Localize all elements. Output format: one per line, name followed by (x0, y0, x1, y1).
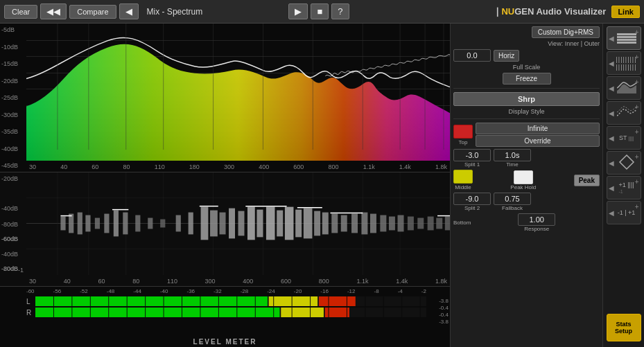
svg-rect-59 (398, 215, 404, 232)
l-label: L (26, 298, 33, 305)
arrow-left-icon-5: ◀ (609, 134, 614, 142)
viz-btn-diamond[interactable]: ◀ + (607, 151, 641, 175)
left-panel: -5dB -10dB -15dB -20dB -25dB -30dB -35dB… (0, 24, 450, 347)
arrow-left-icon-3: ◀ (609, 84, 614, 92)
peak-hold-label: Peak Hold (510, 184, 536, 190)
viz-btn-meter1[interactable]: ◀ +1 |||| -1 + (607, 176, 641, 199)
override-button[interactable]: Override (476, 135, 600, 147)
svg-rect-39 (210, 211, 218, 237)
prev-button[interactable]: ◀ (119, 3, 139, 19)
response-label: Response (524, 226, 549, 232)
freeze-button[interactable]: Freeze (503, 73, 551, 84)
minus1-label: -1 (18, 267, 24, 274)
bottom-ctrl-label: Bottom (453, 220, 471, 226)
top-bar: Clear ◀◀ Compare ◀ Mix - Spectrum ▶ ■ ? … (0, 0, 644, 24)
arrow-left-icon-4: ◀ (609, 109, 614, 117)
plus-icon-2: + (635, 53, 639, 61)
split2-label: Split 2 (464, 205, 480, 211)
svg-rect-28 (85, 215, 90, 232)
nugen-logo: ❘NUGEN Audio Visualizer (494, 6, 606, 17)
svg-rect-53 (341, 215, 347, 232)
plus-icon-3: + (635, 78, 639, 86)
svg-rect-75 (357, 296, 426, 306)
stop-button[interactable]: ■ (311, 3, 329, 19)
top-color-swatch (453, 125, 473, 139)
fallback-label: Fallback (502, 205, 523, 211)
stats-setup-button[interactable]: Stats Setup (607, 314, 641, 341)
plus-icon-4: + (635, 103, 639, 111)
viz-btn-st[interactable]: ◀ ST |||| + (607, 126, 641, 150)
svg-rect-56 (370, 214, 376, 233)
svg-rect-33 (135, 215, 140, 232)
split2-input[interactable] (453, 193, 491, 205)
full-scale-label: Full Scale (453, 64, 600, 71)
correlator-area: -20dB -40dB -60dB -80dB -20dB -40dB -60d… (0, 172, 450, 287)
clear-button[interactable]: Clear (4, 5, 37, 19)
top-label: Top (459, 139, 468, 145)
arrow-left-icon-7: ◀ (609, 184, 614, 192)
svg-rect-45 (266, 207, 275, 240)
viz-btn-bars[interactable]: ◀ + (607, 26, 641, 50)
time-input[interactable] (494, 149, 531, 161)
arrow-left-icon-8: ◀ (609, 209, 614, 217)
spectrum-svg (26, 24, 450, 161)
svg-rect-37 (189, 213, 193, 235)
peak-color-swatch (514, 170, 533, 184)
svg-rect-64 (445, 217, 450, 231)
svg-rect-43 (247, 207, 255, 240)
viz-btn-meter2[interactable]: ◀ -1 | +1 + (607, 201, 641, 224)
svg-rect-98 (281, 308, 324, 317)
svg-marker-122 (620, 155, 634, 169)
plus-icon-5: + (635, 128, 639, 136)
horiz-button[interactable]: Horiz (494, 50, 519, 62)
viz-btn-filled[interactable]: ◀ + (607, 76, 641, 100)
stats-label: Stats (616, 321, 631, 328)
right-panel: Custom Dig+RMS View: Inner | Outer Horiz… (450, 24, 602, 347)
svg-rect-31 (114, 211, 119, 237)
viz-btn-dots[interactable]: ◀ + (607, 101, 641, 125)
middle-color-swatch (453, 170, 473, 184)
split1-input[interactable] (453, 149, 491, 161)
svg-rect-1 (26, 24, 450, 161)
svg-rect-72 (35, 296, 268, 306)
link-button[interactable]: Link (611, 6, 640, 18)
split1-label: Split 1 (464, 161, 480, 168)
svg-rect-50 (314, 211, 320, 236)
middle-label: Middle (455, 184, 471, 190)
display-style-label: Display Style (453, 108, 600, 115)
custom-dig-rms-button[interactable]: Custom Dig+RMS (532, 26, 600, 38)
svg-rect-36 (176, 215, 181, 232)
svg-rect-42 (238, 211, 245, 236)
svg-rect-27 (78, 213, 82, 235)
infinite-button[interactable]: Infinite (476, 123, 600, 134)
response-input[interactable] (518, 213, 555, 226)
arrow-left-icon-6: ◀ (609, 159, 614, 167)
spectrum-area: -5dB -10dB -15dB -20dB -25dB -30dB -35dB… (0, 24, 450, 172)
svg-rect-57 (380, 215, 386, 232)
svg-rect-49 (304, 208, 313, 239)
plus-icon-7: + (635, 178, 639, 186)
plus-icon-6: + (635, 153, 639, 161)
main-layout: -5dB -10dB -15dB -20dB -25dB -30dB -35dB… (0, 24, 644, 347)
play-button[interactable]: ▶ (288, 3, 308, 19)
svg-rect-26 (69, 214, 73, 233)
svg-rect-51 (322, 213, 329, 235)
shrp-button[interactable]: Shrp (453, 92, 600, 106)
viz-btn-wave[interactable]: ◀ ||||||||| ||||||||| + (607, 51, 641, 75)
svg-rect-40 (220, 213, 226, 235)
svg-rect-38 (201, 207, 209, 240)
fallback-input[interactable] (494, 193, 531, 205)
help-button[interactable]: ? (331, 3, 349, 19)
setup-label: Setup (615, 328, 632, 335)
svg-rect-62 (428, 217, 434, 231)
full-scale-input[interactable] (453, 49, 491, 62)
compare-button[interactable]: Compare (69, 5, 116, 19)
l-meter-bar (35, 296, 426, 306)
r-meter-bar (35, 308, 426, 317)
peak-button[interactable]: Peak (574, 175, 600, 186)
svg-rect-34 (148, 218, 153, 229)
back-button[interactable]: ◀◀ (40, 3, 67, 19)
svg-rect-55 (361, 213, 367, 235)
svg-rect-44 (256, 210, 263, 238)
view-label: View: Inner | Outer (453, 40, 600, 47)
